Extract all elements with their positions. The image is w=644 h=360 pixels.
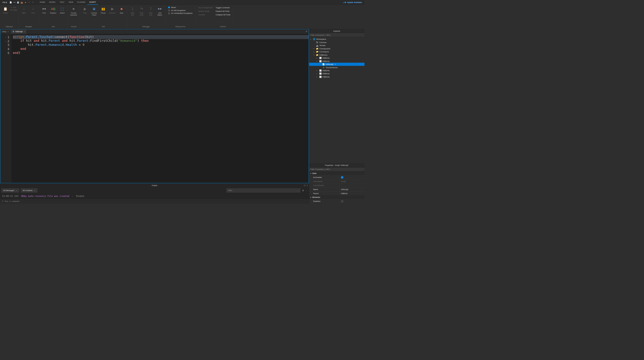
step-into-button[interactable]: ⤵Step Into: [129, 6, 137, 17]
prop-row[interactable]: Archivable✓: [309, 175, 365, 179]
popout-icon[interactable]: ▢: [304, 184, 306, 186]
group-format: Format: [71, 25, 76, 28]
code-body[interactable]: script.Parent.Touched:connect(function(h…: [11, 34, 309, 183]
tab-obby[interactable]: Obby×: [0, 29, 11, 34]
tree-item[interactable]: 📷Camera: [309, 41, 365, 44]
close-icon[interactable]: ×: [24, 30, 25, 33]
file-menu[interactable]: FILE: [1, 1, 9, 3]
prop-row[interactable]: Disabled: [309, 199, 365, 204]
checkbox-checked-icon[interactable]: ✓: [341, 176, 343, 178]
tree-item[interactable]: 🗻Terrain: [309, 44, 365, 47]
toggle-comment-link[interactable]: Toggle Comment: [216, 6, 230, 9]
expand-folds-link[interactable]: Expand All Folds: [216, 10, 230, 13]
replace-button[interactable]: ABReplace: [49, 6, 57, 15]
commit-link[interactable]: Commit: [198, 13, 213, 16]
tab-home[interactable]: HOME: [38, 0, 47, 5]
prop-section-header[interactable]: ▾Behavior: [309, 195, 365, 199]
more-icon[interactable]: ⋮: [306, 189, 307, 191]
copy-button[interactable]: ⧉Copy: [11, 9, 17, 11]
paste-button[interactable]: 📋Paste: [2, 6, 10, 15]
debug-never-radio[interactable]: Never: [168, 6, 193, 8]
fold-icon[interactable]: ⌄: [5, 40, 6, 42]
select-button[interactable]: ⬚Select: [58, 6, 66, 15]
tree-item[interactable]: ▾🌐Workspace: [309, 38, 365, 41]
tree-item[interactable]: ▸⬜KillBrick: [309, 72, 365, 75]
tree-label: KillBricks: [319, 54, 328, 56]
command-bar[interactable]: ⠿ Run a command: [0, 199, 309, 204]
popout-icon[interactable]: ⧉: [305, 29, 309, 34]
step-out-button[interactable]: ⤴Step Out: [147, 6, 155, 17]
group-actions: Actions: [220, 25, 226, 28]
stop-button[interactable]: ■Stop: [117, 6, 126, 15]
code-area[interactable]: ⌄1 ⌄2 3 4 5 script.Parent.Touched:connec…: [0, 34, 309, 183]
tree-item[interactable]: ▸⬜KillBrick: [309, 75, 365, 78]
binoculars-icon[interactable]: 👓: [13, 1, 16, 4]
tree-item[interactable]: 📄KillScript+: [309, 63, 365, 66]
reload-script-link[interactable]: Reload Script: [198, 10, 213, 13]
tab-test[interactable]: TEST: [58, 0, 66, 5]
update-available[interactable]: Update Available: [345, 1, 364, 3]
tree-item[interactable]: ✥TouchInterest: [309, 66, 365, 69]
collapse-ribbon-icon[interactable]: ▴: [343, 1, 344, 3]
add-badge-icon[interactable]: +: [334, 63, 337, 65]
fold-icon[interactable]: ⌄: [5, 36, 6, 38]
twisty-icon[interactable]: ▸: [316, 70, 318, 71]
twisty-icon[interactable]: ▸: [316, 76, 318, 78]
output-filter-input[interactable]: Filter...⌄: [226, 188, 300, 192]
prop-row[interactable]: NameKillScript: [309, 187, 365, 191]
explorer-search[interactable]: Filter workspace (⇧⌘X): [309, 33, 365, 37]
undo-icon[interactable]: ↶: [28, 1, 31, 4]
twisty-icon[interactable]: ▾: [313, 54, 315, 56]
close-icon[interactable]: ×: [8, 30, 9, 33]
export-icon[interactable]: 📤: [20, 1, 23, 4]
debug-unhandled-radio[interactable]: On Unhandled Exceptions: [168, 12, 193, 14]
resume-button[interactable]: ▶Resume: [108, 6, 116, 15]
prop-row[interactable]: ClassNameScript: [309, 179, 365, 184]
tree-item[interactable]: ▸⬜KillBrick: [309, 69, 365, 72]
twisty-icon[interactable]: ▸: [313, 51, 315, 52]
redo-icon[interactable]: ↷: [31, 1, 34, 4]
debug-all-exceptions-radio[interactable]: On All Exceptions: [168, 9, 193, 11]
step-over-button[interactable]: ↷Step Over: [138, 6, 146, 17]
client-button[interactable]: 🖥Current: Client: [90, 6, 98, 17]
prop-row[interactable]: CurrentEditor: [309, 183, 365, 187]
tree-item[interactable]: ▾⬜KillBrick: [309, 60, 365, 63]
tree-item[interactable]: ▸⬜KillBrick: [309, 56, 365, 59]
tab-view[interactable]: VIEW: [66, 0, 75, 5]
contexts-filter-dropdown[interactable]: All Contexts⌄: [21, 188, 37, 192]
twisty-icon[interactable]: ▸: [316, 73, 318, 75]
node-icon: 📄: [322, 63, 325, 65]
add-watch-button[interactable]: 👓+Add Watch: [156, 6, 164, 17]
pause-button[interactable]: ▮▮Pause: [99, 6, 107, 15]
tab-script[interactable]: SCRIPT: [87, 0, 98, 5]
prop-section-header[interactable]: ▾Data: [309, 171, 365, 175]
messages-filter-dropdown[interactable]: All Messages⌄: [2, 188, 19, 192]
back-button[interactable]: ‹Back: [20, 6, 28, 15]
new-icon[interactable]: 📄: [9, 1, 12, 4]
play-button[interactable]: ▶Play: [81, 6, 89, 15]
cut-button[interactable]: ✂Cut: [11, 6, 17, 8]
twisty-icon[interactable]: ▸: [316, 57, 318, 59]
collapse-folds-link[interactable]: Collapse All Folds: [216, 13, 230, 16]
tab-model[interactable]: MODEL: [47, 0, 58, 5]
find-button[interactable]: 👓Find: [40, 6, 48, 15]
goto-script-error-link[interactable]: Go to Script Error: [198, 6, 213, 9]
tree-item[interactable]: ▸📁Checkpoints: [309, 47, 365, 50]
tab-plugins[interactable]: PLUGINS: [75, 0, 87, 5]
properties-search[interactable]: Filter Properties (⇧⌘P): [309, 167, 365, 171]
twisty-icon[interactable]: ▸: [313, 48, 315, 49]
tab-killscript[interactable]: 🖥KillScript×: [11, 29, 27, 34]
stop-qicon[interactable]: ■: [24, 1, 27, 4]
trash-icon[interactable]: 🗑: [302, 189, 304, 191]
format-selection-button[interactable]: ≡Format Selection: [69, 6, 78, 17]
twisty-icon[interactable]: ▾: [316, 60, 318, 62]
twisty-icon[interactable]: ▾: [310, 39, 312, 40]
fwd-button[interactable]: ›Fwd: [29, 6, 37, 15]
tree-item[interactable]: ▸📁Conveyors: [309, 50, 365, 53]
close-icon[interactable]: ×: [307, 184, 308, 186]
checkbox-empty-icon[interactable]: [341, 200, 343, 202]
tree-item[interactable]: ▾📁KillBricks: [309, 53, 365, 56]
save-icon[interactable]: 💾: [17, 1, 20, 4]
node-icon: ⬜: [319, 76, 321, 78]
prop-row[interactable]: ParentKillBrick: [309, 191, 365, 195]
